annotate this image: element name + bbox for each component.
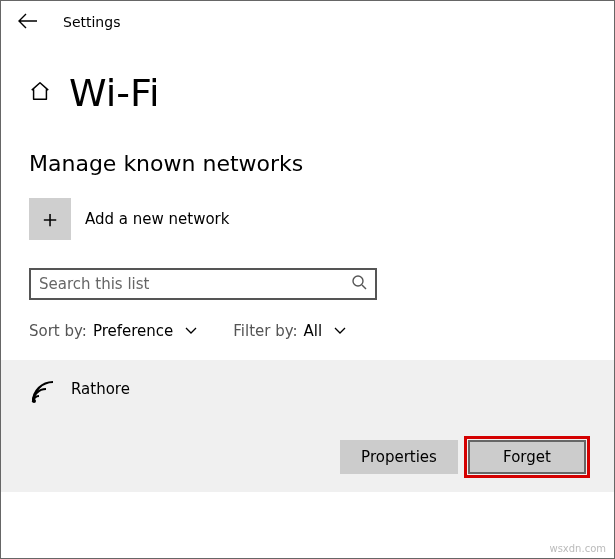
back-arrow-icon bbox=[18, 13, 38, 29]
filter-label: Filter by: bbox=[233, 322, 297, 340]
filter-value: All bbox=[304, 322, 323, 340]
add-tile: ＋ bbox=[29, 198, 71, 240]
app-title: Settings bbox=[63, 14, 120, 30]
network-row: Rathore bbox=[29, 378, 586, 410]
page-title: Wi-Fi bbox=[69, 71, 160, 115]
watermark: wsxdn.com bbox=[549, 543, 606, 554]
search-box[interactable] bbox=[29, 268, 377, 300]
sort-by-dropdown[interactable]: Sort by: Preference bbox=[29, 322, 197, 340]
network-item[interactable]: Rathore Properties Forget bbox=[1, 360, 614, 492]
plus-icon: ＋ bbox=[38, 207, 62, 231]
filter-row: Sort by: Preference Filter by: All bbox=[1, 300, 614, 340]
home-icon[interactable] bbox=[29, 80, 51, 106]
network-buttons: Properties Forget bbox=[29, 440, 586, 474]
back-button[interactable] bbox=[13, 12, 43, 33]
filter-by-dropdown[interactable]: Filter by: All bbox=[233, 322, 346, 340]
forget-button[interactable]: Forget bbox=[468, 440, 586, 474]
search-icon bbox=[351, 274, 367, 294]
sort-value: Preference bbox=[93, 322, 173, 340]
svg-point-0 bbox=[353, 276, 363, 286]
sort-label: Sort by: bbox=[29, 322, 87, 340]
chevron-down-icon bbox=[334, 324, 346, 338]
svg-point-2 bbox=[32, 399, 36, 403]
network-name: Rathore bbox=[71, 378, 130, 398]
add-network-label: Add a new network bbox=[85, 210, 229, 228]
page-header: Wi-Fi bbox=[1, 43, 614, 115]
svg-line-1 bbox=[362, 285, 366, 289]
chevron-down-icon bbox=[185, 324, 197, 338]
wifi-icon bbox=[29, 378, 57, 410]
add-network-button[interactable]: ＋ Add a new network bbox=[1, 176, 614, 240]
search-input[interactable] bbox=[39, 275, 351, 293]
properties-button[interactable]: Properties bbox=[340, 440, 458, 474]
section-heading: Manage known networks bbox=[1, 115, 614, 176]
topbar: Settings bbox=[1, 1, 614, 43]
